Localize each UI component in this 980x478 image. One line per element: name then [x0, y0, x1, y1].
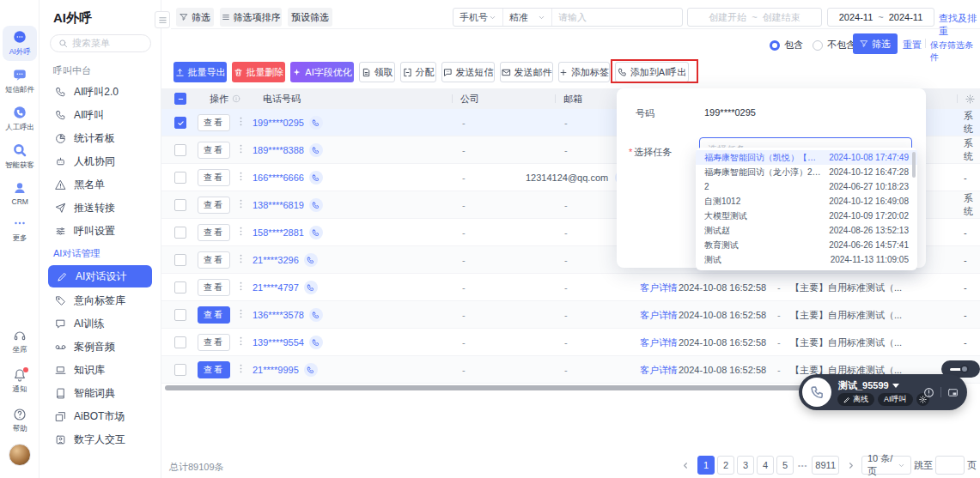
phone-number[interactable]: 199****0295: [253, 118, 304, 128]
sidebar-item-黑名单[interactable]: 黑名单: [40, 173, 161, 197]
sidebar-item-智能词典[interactable]: 智能词典: [40, 382, 161, 405]
page-button-4[interactable]: 4: [757, 456, 774, 475]
toolbar-button-发送短信[interactable]: 发送短信: [441, 62, 495, 82]
sidebar-collapse-button[interactable]: [155, 11, 170, 28]
jump-page-input[interactable]: [935, 456, 965, 475]
sidebar-item-AI呼叫2.0[interactable]: AI呼叫2.0: [40, 81, 161, 104]
phone-number[interactable]: 21****4797: [253, 282, 299, 293]
view-button[interactable]: 查看: [198, 224, 230, 241]
menu-search-input[interactable]: 搜索菜单: [50, 34, 151, 52]
sidebar-item-推送转接[interactable]: 推送转接: [40, 197, 161, 220]
filter-button[interactable]: 筛选: [176, 8, 214, 27]
row-more-button[interactable]: [235, 116, 247, 127]
row-checkbox[interactable]: [174, 364, 186, 376]
view-button[interactable]: 查看: [198, 169, 230, 186]
call-icon[interactable]: [304, 281, 318, 294]
toolbar-button-批量删除[interactable]: 批量删除: [232, 62, 285, 82]
picture-in-picture-icon[interactable]: [947, 387, 959, 398]
phone-number[interactable]: 136****3578: [253, 310, 304, 320]
rail-item-坐席[interactable]: 坐席: [3, 325, 37, 359]
view-button[interactable]: 查看: [198, 334, 230, 351]
row-checkbox[interactable]: [174, 227, 186, 239]
sidebar-item-数字人交互[interactable]: 数字人交互: [40, 428, 161, 451]
rail-item-帮助[interactable]: 帮助: [3, 404, 37, 438]
row-checkbox[interactable]: [174, 281, 186, 293]
call-icon[interactable]: [304, 363, 318, 377]
call-icon[interactable]: [309, 143, 323, 157]
task-option[interactable]: 22024-06-27 10:18:23: [696, 179, 917, 194]
task-option[interactable]: 福寿康智能回访（龙小淳）20...2024-10-12 16:47:28: [696, 165, 917, 179]
contact-link[interactable]: 客户详情: [640, 301, 678, 329]
phone-number[interactable]: 166****6666: [253, 172, 304, 183]
row-checkbox[interactable]: [174, 117, 186, 129]
last-page-button[interactable]: 8911: [812, 456, 839, 475]
sidebar-item-呼叫设置[interactable]: 呼叫设置: [40, 220, 161, 243]
exclude-radio[interactable]: 不包含: [813, 39, 855, 51]
row-checkbox[interactable]: [174, 172, 186, 184]
rail-item-短信邮件[interactable]: 短信邮件: [3, 64, 37, 99]
view-button[interactable]: 查看: [198, 197, 230, 214]
row-more-button[interactable]: [235, 171, 247, 182]
create-date-range[interactable]: 创建开始 ~ 创建结束: [687, 8, 822, 27]
apply-filter-button[interactable]: 筛选: [853, 33, 898, 54]
phone-number[interactable]: 21****3296: [253, 255, 299, 265]
phone-icon[interactable]: [802, 378, 831, 407]
row-more-button[interactable]: [235, 226, 247, 237]
view-button[interactable]: 查看: [198, 142, 230, 159]
dropdown-scrollbar[interactable]: [912, 152, 916, 178]
agent-name[interactable]: 测试_95599: [838, 379, 899, 392]
phone-number[interactable]: 189****8388: [253, 145, 304, 155]
toolbar-button-批量导出[interactable]: 批量导出: [173, 62, 227, 82]
rail-item-AI外呼[interactable]: AI外呼: [3, 26, 37, 61]
task-option[interactable]: 教育测试2024-06-26 14:57:41: [696, 238, 917, 252]
row-more-button[interactable]: [235, 198, 247, 209]
sidebar-item-AI训练[interactable]: AI训练: [40, 312, 161, 336]
prev-page-button[interactable]: [678, 456, 695, 475]
page-button-3[interactable]: 3: [737, 456, 754, 475]
rail-item-人工呼出[interactable]: 人工呼出: [3, 101, 37, 136]
toggle-knob[interactable]: [960, 365, 969, 373]
page-button-2[interactable]: 2: [717, 456, 734, 475]
toolbar-button-领取[interactable]: 领取: [359, 62, 395, 82]
status-pill[interactable]: 离线: [837, 393, 874, 406]
call-icon[interactable]: [309, 116, 323, 130]
task-option[interactable]: 自测10122024-10-12 16:49:08: [696, 194, 917, 209]
sidebar-item-统计看板[interactable]: 统计看板: [40, 127, 161, 150]
view-button[interactable]: 查看: [198, 251, 230, 269]
sidebar-item-案例音频[interactable]: 案例音频: [40, 336, 161, 359]
phone-number[interactable]: 139****9554: [253, 337, 304, 348]
call-icon[interactable]: [309, 198, 323, 212]
phone-number[interactable]: 21****9995: [253, 365, 299, 375]
keyword-input[interactable]: 请输入: [551, 9, 682, 26]
rail-item-智能获客[interactable]: 智能获客: [3, 139, 37, 174]
page-button-5[interactable]: 5: [776, 456, 794, 475]
sidebar-item-AI对话设计[interactable]: AI对话设计: [48, 265, 152, 287]
row-checkbox[interactable]: [174, 144, 186, 156]
task-option[interactable]: 大模型测试2024-10-09 17:20:02: [696, 209, 917, 223]
find-dedupe-link[interactable]: 查找及排重: [939, 12, 980, 38]
task-option[interactable]: 测试2024-11-13 11:09:05: [696, 252, 917, 267]
reset-link[interactable]: 重置: [903, 39, 922, 51]
toolbar-button-添加标签[interactable]: 添加标签: [558, 62, 610, 82]
sidebar-item-人机协同[interactable]: 人机协同: [40, 150, 161, 173]
view-button[interactable]: 查看: [198, 279, 230, 296]
task-option[interactable]: 测试赵2024-08-26 13:52:13: [696, 223, 917, 238]
toolbar-button-AI字段优化[interactable]: AI字段优化: [290, 62, 354, 82]
view-button[interactable]: 查看: [198, 306, 230, 324]
task-option[interactable]: 福寿康智能回访（凯悦）【复...2024-10-08 17:47:49: [696, 150, 917, 165]
view-button[interactable]: 查看: [198, 361, 230, 378]
row-more-button[interactable]: [235, 336, 247, 347]
contact-link[interactable]: 客户详情: [640, 274, 678, 301]
preset-filter-button[interactable]: 预设筛选: [288, 8, 332, 27]
save-filter-link[interactable]: 保存筛选条件: [930, 39, 980, 64]
row-more-button[interactable]: [235, 308, 247, 319]
phone-number[interactable]: 158****2881: [253, 227, 304, 238]
sidebar-item-意向标签库[interactable]: 意向标签库: [40, 289, 161, 312]
view-button[interactable]: 查看: [198, 114, 230, 131]
row-more-button[interactable]: [235, 281, 247, 292]
sidebar-item-AiBOT市场[interactable]: AiBOT市场: [40, 405, 161, 428]
call-icon[interactable]: [309, 308, 323, 322]
column-settings-gear-icon[interactable]: [965, 88, 975, 109]
phone-number[interactable]: 138****6819: [253, 200, 304, 210]
rail-item-CRM[interactable]: CRM: [3, 177, 37, 209]
